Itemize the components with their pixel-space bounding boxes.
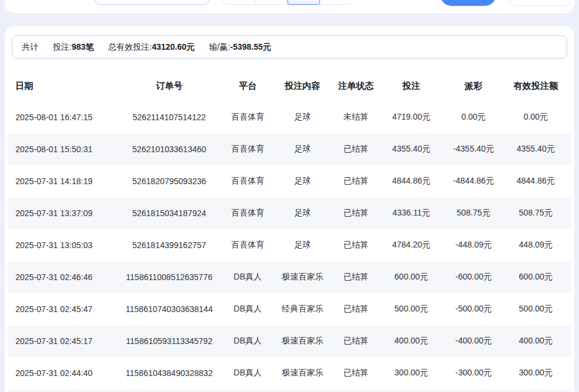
cell-platform: DB真人: [218, 293, 277, 325]
cell-valid-bet: 508.75元: [508, 197, 571, 229]
cell-status: 已结算: [328, 325, 384, 357]
col-header-payout: 派彩: [439, 70, 508, 101]
cell-bet: [384, 389, 439, 392]
table-row: 2025-07-31 02:45:17 1158610593113345792 …: [8, 325, 571, 357]
table-row: 2025-07-31 02:45:47 1158610740303638144 …: [8, 293, 571, 325]
cell-status: 已结算: [328, 165, 384, 197]
cell-bet: 4355.40元: [384, 133, 439, 165]
toolbar: [5, 0, 574, 13]
app-root: 共计 投注:983笔 总有效投注:43120.60元 输/赢:-5398.55元…: [0, 0, 579, 392]
table-row: 2025-07-31 02:44:40 1158610438490328832 …: [8, 357, 571, 389]
cell-status: 已结算: [328, 133, 384, 165]
cell-payout: -400.00元: [439, 325, 508, 357]
cell-valid-bet: [508, 389, 571, 392]
cell-status: 已结算: [328, 261, 384, 293]
cell-date: 2025-07-31 02:45:47: [8, 293, 120, 325]
cell-payout: -300.00元: [439, 357, 508, 389]
cell-order-no: 5262114107514122: [120, 101, 218, 133]
cell-bet: 4784.20元: [384, 229, 439, 261]
cell-date: 2025-07-31 14:18:19: [8, 165, 120, 197]
cell-payout: -448.09元: [439, 229, 508, 261]
cell-order-no: [120, 389, 218, 392]
cell-order-no: 5261814399162757: [120, 229, 218, 261]
table-row: 2025-07-31 02:46:46 1158611008512635776 …: [8, 261, 571, 293]
cell-status: 已结算: [328, 197, 384, 229]
cell-bet: 300.00元: [384, 357, 439, 389]
cell-platform: 百喜体育: [218, 197, 277, 229]
cell-platform: [218, 389, 277, 392]
cell-content: 足球: [277, 101, 328, 133]
search-input[interactable]: [95, 0, 209, 5]
cell-content: 极速百家乐: [277, 357, 328, 389]
cell-content: 足球: [277, 229, 328, 261]
col-header-platform: 平台: [218, 70, 277, 101]
date-range-segmented-control: [222, 0, 353, 5]
table-row: 2025-08-01 15:50:31 5262101033613460 百喜体…: [8, 133, 571, 165]
reset-button[interactable]: [507, 0, 573, 6]
cell-bet: 4844.86元: [384, 165, 439, 197]
cell-payout: 0.00元: [439, 101, 508, 133]
cell-date: 2025-07-31 02:46:46: [8, 261, 120, 293]
search-button[interactable]: [440, 0, 496, 6]
cell-status: 已结算: [328, 357, 384, 389]
cell-valid-bet: 500.00元: [508, 293, 571, 325]
cell-order-no: 5261820795093236: [120, 165, 218, 197]
col-header-valid-bet: 有效投注额: [508, 70, 571, 101]
cell-content: 足球: [277, 165, 328, 197]
bet-records-table: 日期 订单号 平台 投注内容 注单状态 投注 派彩 有效投注额 2025-08-…: [8, 70, 571, 392]
segment-option-1[interactable]: [223, 0, 255, 4]
table-header: 日期 订单号 平台 投注内容 注单状态 投注 派彩 有效投注额: [8, 70, 571, 101]
cell-order-no: 1158610740303638144: [120, 293, 218, 325]
segment-option-2[interactable]: [255, 0, 288, 4]
segment-option-4[interactable]: [319, 0, 352, 4]
cell-order-no: 1158610438490328832: [120, 357, 218, 389]
cell-platform: 百喜体育: [218, 101, 277, 133]
cell-order-no: 5261815034187924: [120, 197, 218, 229]
cell-content: 极速百家乐: [277, 325, 328, 357]
summary-bar: 共计 投注:983笔 总有效投注:43120.60元 输/赢:-5398.55元: [12, 36, 567, 59]
cell-payout: [439, 389, 508, 392]
cell-payout: -4844.86元: [439, 165, 508, 197]
cell-platform: DB真人: [218, 325, 277, 357]
segment-option-3-active[interactable]: [287, 0, 320, 5]
cell-content: 足球: [277, 133, 328, 165]
summary-win-loss: 输/赢:-5398.55元: [209, 42, 271, 53]
table-row: 2025-07-31 13:37:09 5261815034187924 百喜体…: [8, 197, 571, 229]
table-row: 2025-07-31 13:05:03 5261814399162757 百喜体…: [8, 229, 571, 261]
col-header-date: 日期: [8, 70, 120, 101]
cell-content: 经典百家乐: [277, 293, 328, 325]
cell-valid-bet: 448.09元: [508, 229, 571, 261]
cell-bet: 4719.00元: [384, 101, 439, 133]
cell-platform: 百喜体育: [218, 229, 277, 261]
cell-valid-bet: 400.00元: [508, 325, 571, 357]
cell-payout: 508.75元: [439, 197, 508, 229]
cell-status: [328, 389, 384, 392]
cell-content: 足球: [277, 197, 328, 229]
cell-valid-bet: 4355.40元: [508, 133, 571, 165]
cell-date: 2025-07-31 02:44:40: [8, 357, 120, 389]
table-row: 2025-08-01 16:47:15 5262114107514122 百喜体…: [8, 101, 571, 133]
cell-status: 已结算: [328, 229, 384, 261]
cell-bet: 4336.11元: [384, 197, 439, 229]
cell-payout: -500.00元: [439, 293, 508, 325]
cell-platform: DB真人: [218, 261, 277, 293]
cell-date: [8, 389, 120, 392]
cell-valid-bet: 0.00元: [508, 101, 571, 133]
cell-platform: 百喜体育: [218, 133, 277, 165]
table-body: 2025-08-01 16:47:15 5262114107514122 百喜体…: [8, 101, 571, 392]
cell-content: [277, 389, 328, 392]
cell-payout: -4355.40元: [439, 133, 508, 165]
cell-order-no: 1158611008512635776: [120, 261, 218, 293]
cell-platform: 百喜体育: [218, 165, 277, 197]
summary-total-valid-bets: 总有效投注:43120.60元: [108, 42, 194, 53]
cell-valid-bet: 600.00元: [508, 261, 571, 293]
cell-valid-bet: 4844.86元: [508, 165, 571, 197]
col-header-bet: 投注: [384, 70, 439, 101]
cell-bet: 400.00元: [384, 325, 439, 357]
summary-total-bets: 投注:983笔: [53, 42, 94, 53]
bet-records-card: 共计 投注:983笔 总有效投注:43120.60元 输/赢:-5398.55元…: [5, 26, 574, 392]
table-row: 2025-07-31 14:18:19 5261820795093236 百喜体…: [8, 165, 571, 197]
col-header-order-no: 订单号: [120, 70, 218, 101]
col-header-content: 投注内容: [277, 70, 328, 101]
cell-order-no: 1158610593113345792: [120, 325, 218, 357]
